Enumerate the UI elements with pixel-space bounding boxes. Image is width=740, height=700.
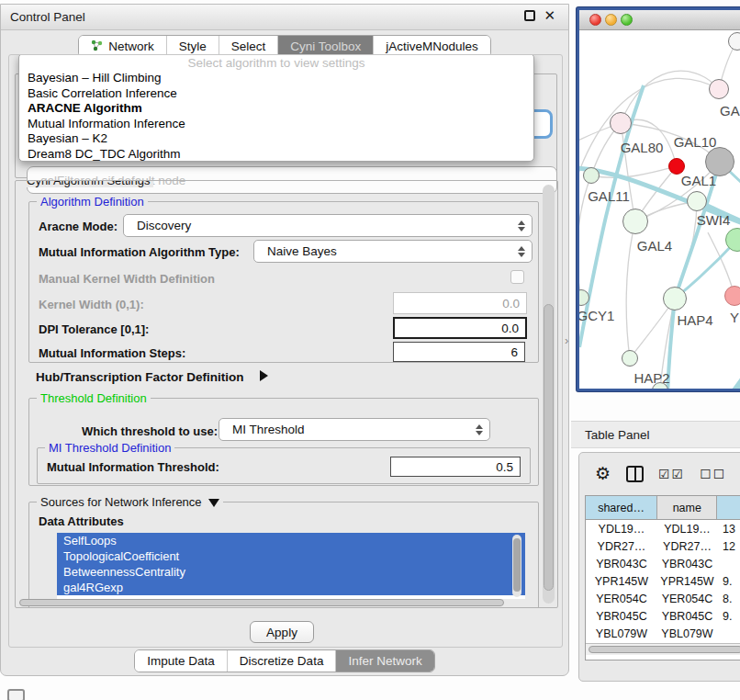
zoom-window-icon[interactable] bbox=[621, 14, 633, 26]
table-row[interactable]: YBR043CYBR043C bbox=[586, 555, 740, 572]
sources-collapse-arrow-icon[interactable] bbox=[208, 499, 219, 507]
dpi-tolerance-field[interactable]: 0.0 bbox=[393, 317, 527, 339]
table-cell: 9. bbox=[717, 610, 740, 623]
network-node-label: Y bbox=[730, 310, 739, 325]
table-cell: 9. bbox=[717, 575, 740, 588]
attribute-item[interactable]: SelfLoops bbox=[57, 533, 525, 548]
attributes-vscrollbar-thumb[interactable] bbox=[513, 538, 521, 592]
minimize-window-icon[interactable] bbox=[605, 14, 617, 26]
table-row[interactable]: YPR145WYPR145W9. bbox=[586, 572, 740, 590]
which-threshold-combo[interactable]: MI Threshold bbox=[219, 418, 490, 441]
control-panel: Control Panel ✕ Network Style Select Cyn… bbox=[0, 4, 569, 676]
table-cell: YBL079W bbox=[586, 627, 657, 640]
mi-algorithm-type-label: Mutual Information Algorithm Type: bbox=[39, 245, 240, 259]
mi-threshold-label: Mutual Information Threshold: bbox=[47, 460, 219, 474]
table-hscrollbar[interactable] bbox=[586, 643, 740, 655]
node-table[interactable]: shared… name YDL19…YDL19…13YDR27…YDR27…1… bbox=[585, 495, 740, 660]
algorithm-option[interactable]: Bayesian – Hill Climbing bbox=[19, 71, 533, 86]
mi-algorithm-type-combo[interactable]: Naive Bayes bbox=[253, 240, 533, 263]
attributes-vscrollbar[interactable] bbox=[512, 535, 521, 597]
hub-definition-label[interactable]: Hub/Transcription Factor Definition bbox=[36, 370, 244, 384]
table-row[interactable]: YBR045CYBR045C9. bbox=[586, 607, 740, 625]
close-panel-icon[interactable]: ✕ bbox=[544, 10, 555, 21]
table-row[interactable]: YIL052CYIL052C9. bbox=[586, 660, 740, 660]
attribute-item[interactable]: TopologicalCoefficient bbox=[57, 548, 525, 564]
algorithm-option[interactable]: Dream8 DC_TDC Algorithm bbox=[19, 147, 533, 163]
network-node-gal4[interactable] bbox=[622, 209, 648, 234]
network-node-label: GAL bbox=[720, 103, 740, 119]
minimized-panel-icon[interactable] bbox=[7, 689, 25, 700]
network-view-window[interactable]: GALGAL80GAL10GAL1GAL11SWI4GAL4GCY1HAP4YH… bbox=[577, 7, 740, 391]
manual-kernel-checkbox[interactable] bbox=[510, 270, 524, 284]
split-columns-icon[interactable] bbox=[626, 466, 644, 482]
network-node-gal1[interactable] bbox=[687, 191, 707, 211]
mi-steps-field[interactable]: 6 bbox=[393, 342, 525, 362]
column-header-shared-name[interactable]: shared… bbox=[586, 496, 657, 519]
algorithm-option[interactable]: Mutual Information Inference bbox=[19, 117, 533, 132]
column-header-partial[interactable] bbox=[717, 496, 740, 519]
network-node-gal80[interactable] bbox=[610, 112, 632, 134]
data-attributes-list[interactable]: SelfLoopsTopologicalCoefficientBetweenne… bbox=[57, 533, 525, 599]
network-node-gal[interactable] bbox=[709, 79, 729, 99]
table-toolbar: ⚙ ☑☑ ☐☐ bbox=[579, 462, 740, 486]
kernel-width-field[interactable]: 0.0 bbox=[393, 292, 527, 314]
network-node[interactable] bbox=[728, 32, 740, 51]
cyni-algorithm-settings-group: Cyni Algorithm Settings Algorithm Defini… bbox=[15, 180, 558, 608]
tab-label: Cyni Toolbox bbox=[290, 40, 361, 53]
settings-vscrollbar-thumb[interactable] bbox=[544, 304, 554, 591]
threshold-definition-group: Threshold Definition Which threshold to … bbox=[28, 398, 539, 486]
tab-impute-data[interactable]: Impute Data bbox=[135, 650, 228, 672]
deselect-all-checks-icon[interactable]: ☐☐ bbox=[700, 467, 726, 481]
table-row[interactable]: YDR27…YDR27…12 bbox=[586, 537, 740, 555]
attribute-item[interactable]: BetweennessCentrality bbox=[57, 564, 525, 580]
attribute-item[interactable]: gal4RGexp bbox=[57, 580, 525, 595]
mi-threshold-value: 0.5 bbox=[496, 460, 513, 474]
tab-discretize-data[interactable]: Discretize Data bbox=[228, 650, 337, 672]
table-row[interactable]: YBL079WYBL079W bbox=[586, 625, 740, 642]
column-header-name[interactable]: name bbox=[657, 496, 717, 519]
table-row[interactable]: YER054CYER054C8. bbox=[586, 590, 740, 607]
network-node-y[interactable] bbox=[724, 286, 740, 306]
select-all-checks-icon[interactable]: ☑☑ bbox=[658, 467, 685, 481]
settings-hscrollbar-thumb[interactable] bbox=[19, 599, 504, 606]
network-canvas[interactable]: GALGAL80GAL10GAL1GAL11SWI4GAL4GCY1HAP4YH… bbox=[579, 30, 740, 390]
tab-label: Style bbox=[179, 40, 207, 53]
hub-expand-arrow-icon[interactable] bbox=[260, 370, 268, 381]
table-row[interactable]: YDL19…YDL19…13 bbox=[586, 520, 740, 537]
network-node-hap4[interactable] bbox=[663, 287, 687, 310]
mi-threshold-field[interactable]: 0.5 bbox=[390, 457, 521, 477]
dpi-tolerance-value: 0.0 bbox=[501, 322, 519, 335]
table-cell: YBR043C bbox=[657, 558, 717, 570]
network-node-hap2[interactable] bbox=[622, 350, 638, 367]
tab-infer-network[interactable]: Infer Network bbox=[336, 650, 433, 672]
float-panel-icon[interactable] bbox=[524, 10, 535, 21]
mi-threshold-group: MI Threshold Definition Mutual Informati… bbox=[37, 447, 531, 484]
table-cell: YBR043C bbox=[586, 558, 657, 570]
algorithm-option[interactable]: ARACNE Algorithm bbox=[19, 101, 533, 117]
network-window-titlebar bbox=[579, 10, 740, 30]
close-window-icon[interactable] bbox=[589, 14, 601, 26]
aracne-mode-combo[interactable]: Discovery bbox=[123, 214, 533, 237]
table-cell: 8. bbox=[717, 593, 740, 605]
splitter-chevron-icon[interactable]: › bbox=[565, 333, 568, 347]
apply-button[interactable]: Apply bbox=[250, 621, 314, 643]
algorithm-option[interactable]: Basic Correlation Inference bbox=[19, 86, 533, 102]
gear-icon[interactable]: ⚙ bbox=[595, 465, 611, 483]
network-node-gal11[interactable] bbox=[583, 167, 600, 184]
table-cell: 13 bbox=[717, 523, 740, 536]
network-node-label: GAL10 bbox=[674, 134, 717, 150]
network-node-label: GCY1 bbox=[579, 308, 614, 323]
algorithm-option[interactable]: Bayesian – K2 bbox=[19, 131, 533, 147]
sources-title-text: Sources for Network Inference bbox=[40, 495, 202, 509]
table-cell: YDR27… bbox=[657, 540, 717, 553]
table-hscrollbar-thumb[interactable] bbox=[589, 646, 740, 653]
tab-label: Discretize Data bbox=[240, 654, 324, 668]
algorithm-dropdown-popup: Select algorithm to view settings Bayesi… bbox=[18, 54, 534, 162]
cyni-toolbox-content: galFiltered.sif default node Select algo… bbox=[8, 54, 563, 648]
control-panel-title: Control Panel bbox=[10, 10, 85, 24]
apply-button-label: Apply bbox=[266, 626, 297, 639]
table-cell: YBL079W bbox=[657, 627, 717, 640]
table-panel: ⚙ ☑☑ ☐☐ shared… name YDL19…YDL19…13YDR27… bbox=[578, 452, 740, 682]
table-cell: YER054C bbox=[657, 593, 717, 605]
settings-vscrollbar[interactable] bbox=[543, 185, 555, 604]
